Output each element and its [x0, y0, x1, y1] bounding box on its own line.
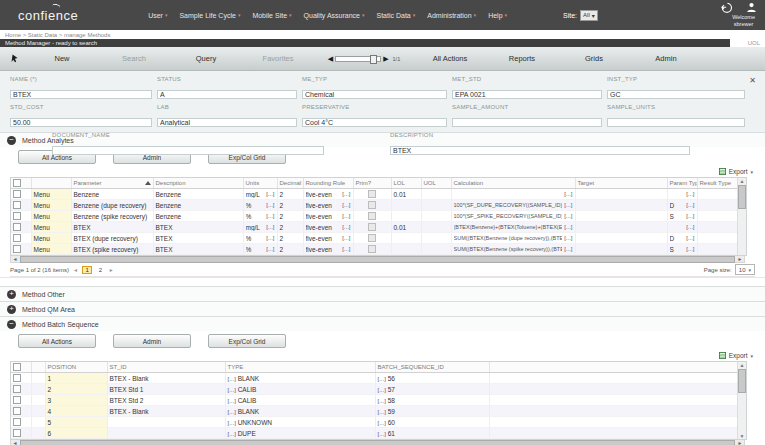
rounding-rule-lookup-button[interactable]: [...] [342, 213, 350, 219]
type-cell[interactable]: [...] BLANK [225, 373, 375, 384]
st-id-cell[interactable]: BTEX Std 2 [107, 395, 225, 406]
param-type-lookup-button[interactable]: [...] [686, 202, 694, 208]
units-cell[interactable]: %[...] [243, 211, 277, 222]
name-field[interactable] [10, 90, 152, 99]
units-lookup-button[interactable]: [...] [266, 191, 274, 197]
select-all-header[interactable] [11, 178, 31, 189]
row-menu-cell[interactable]: Menu [31, 244, 71, 255]
expcol-grid-button[interactable]: Exp/Col Grid [208, 334, 286, 348]
nav-item[interactable]: Quality Assurance ▾ [304, 12, 365, 19]
param-type-cell[interactable]: D[...] [667, 233, 697, 244]
st-id-cell[interactable] [107, 417, 225, 428]
toolbar-search-button[interactable]: Search [98, 54, 170, 63]
calculation-lookup-button[interactable]: [...] [564, 213, 572, 219]
lab-field[interactable] [157, 118, 297, 127]
units-cell[interactable]: mg/L[...] [243, 222, 277, 233]
row-select-cell[interactable] [11, 233, 31, 244]
prim-checkbox[interactable] [368, 190, 376, 198]
calculation-lookup-button[interactable]: [...] [564, 202, 572, 208]
calculation-cell[interactable]: 100*(SF_DUPE_RECOVERY((SAMPLE_ID),(Benze… [451, 200, 575, 211]
row-menu-cell[interactable]: Menu [31, 211, 71, 222]
calculation-cell[interactable]: [...] [451, 189, 575, 200]
rounding-rule-cell[interactable]: five-even[...] [303, 189, 353, 200]
calculation-cell[interactable]: SUM((BTEX(Benzene (spike recovery)),(BTE… [451, 244, 575, 255]
rounding-rule-cell[interactable]: five-even[...] [303, 211, 353, 222]
record-slider-thumb[interactable] [370, 55, 377, 64]
export-caret-icon[interactable]: ▾ [750, 353, 753, 359]
sample-amount-field[interactable] [452, 118, 602, 127]
row-select-cell[interactable] [11, 417, 31, 428]
scroll-right-icon[interactable]: ► [736, 257, 744, 262]
rounding-rule-lookup-button[interactable]: [...] [342, 235, 350, 241]
prim-column-header[interactable]: Prim? [353, 178, 391, 189]
batch-id-lookup-button[interactable]: [...] [378, 409, 386, 415]
st-id-cell[interactable]: BTEX - Blank [107, 406, 225, 417]
description-column-header[interactable]: Description [153, 178, 243, 189]
row-select-cell[interactable] [11, 222, 31, 233]
rounding-rule-lookup-button[interactable]: [...] [342, 246, 350, 252]
units-cell[interactable]: %[...] [243, 233, 277, 244]
batch-sequence-id-cell[interactable]: [...] 61 [375, 428, 489, 439]
row-select-cell[interactable] [11, 211, 31, 222]
scrollbar-thumb[interactable] [20, 256, 735, 263]
scroll-down-icon[interactable]: ▼ [740, 433, 745, 439]
type-lookup-button[interactable]: [...] [228, 409, 236, 415]
analytes-horizontal-scrollbar[interactable]: ◄ ► [10, 256, 745, 263]
pager-page-1[interactable]: 1 [82, 266, 92, 274]
rounding-rule-cell[interactable]: five-even[...] [303, 244, 353, 255]
breadcrumb[interactable]: Home > Static Data > manage Methods [5, 32, 110, 38]
row-menu-cell[interactable]: Menu [31, 189, 71, 200]
calculation-cell[interactable]: (BTEX(Benzene)+(BTEX(Toluene)+(BTEX(Ethy… [451, 222, 575, 233]
param-type-lookup-button[interactable]: [...] [686, 235, 694, 241]
uol-column-header[interactable]: UOL [421, 178, 451, 189]
site-select[interactable]: All▾ [580, 10, 598, 21]
row-checkbox[interactable] [13, 429, 21, 437]
prim-checkbox[interactable] [368, 245, 376, 253]
sample-units-field[interactable] [607, 118, 745, 127]
calculation-lookup-button[interactable]: [...] [564, 191, 572, 197]
admin-button[interactable]: Admin [113, 334, 191, 348]
parameter-cell[interactable]: Benzene (dupe recovery) [71, 200, 153, 211]
row-select-cell[interactable] [11, 189, 31, 200]
analytes-vertical-scrollbar[interactable]: ▲ [737, 178, 746, 255]
prim-cell[interactable] [353, 211, 391, 222]
row-checkbox[interactable] [13, 418, 21, 426]
nav-item[interactable]: User ▾ [148, 12, 167, 19]
row-checkbox[interactable] [13, 407, 21, 415]
units-lookup-button[interactable]: [...] [266, 235, 274, 241]
scrollbar-thumb[interactable] [738, 185, 746, 209]
parameter-cell[interactable]: Benzene [71, 189, 153, 200]
nav-item[interactable]: Sample Life Cycle ▾ [179, 12, 240, 19]
calculation-cell[interactable]: 100*(SF_SPIKE_RECOVERY((SAMPLE_ID),(Benz… [451, 211, 575, 222]
param-type-lookup-button[interactable]: [...] [686, 224, 694, 230]
toolbar-query-button[interactable]: Query [170, 54, 242, 63]
units-cell[interactable]: %[...] [243, 200, 277, 211]
row-checkbox[interactable] [13, 374, 21, 382]
page-size-select[interactable]: 10▾ [735, 264, 755, 275]
type-cell[interactable]: [...] CALIB [225, 395, 375, 406]
param-type-lookup-button[interactable]: [...] [686, 246, 694, 252]
param-type-cell[interactable]: D[...] [667, 200, 697, 211]
select-all-checkbox[interactable] [13, 179, 21, 187]
calculation-lookup-button[interactable]: [...] [564, 224, 572, 230]
st-id-column-header[interactable]: ST_ID [107, 362, 225, 373]
type-cell[interactable]: [...] CALIB [225, 384, 375, 395]
type-cell[interactable]: [...] UNKNOWN [225, 417, 375, 428]
scroll-right-icon[interactable]: ► [736, 441, 744, 445]
parameter-cell[interactable]: Benzene (spike recovery) [71, 211, 153, 222]
inst-typ-field[interactable] [607, 90, 745, 99]
batch-horizontal-scrollbar[interactable]: ◄ ► [10, 440, 745, 445]
type-lookup-button[interactable]: [...] [228, 387, 236, 393]
scrollbar-thumb[interactable] [738, 369, 746, 393]
all-actions-button[interactable]: All Actions [18, 334, 96, 348]
position-cell[interactable]: 4 [45, 406, 107, 417]
prim-checkbox[interactable] [368, 212, 376, 220]
position-cell[interactable]: 1 [45, 373, 107, 384]
rounding-rule-cell[interactable]: five-even[...] [303, 222, 353, 233]
preservative-field[interactable] [302, 118, 447, 127]
scroll-left-icon[interactable]: ◄ [11, 257, 19, 262]
export-button[interactable]: Export [729, 168, 748, 175]
row-select-cell[interactable] [11, 395, 31, 406]
toolbar-new-button[interactable]: New [26, 54, 98, 63]
batch-sequence-id-cell[interactable]: [...] 58 [375, 395, 489, 406]
